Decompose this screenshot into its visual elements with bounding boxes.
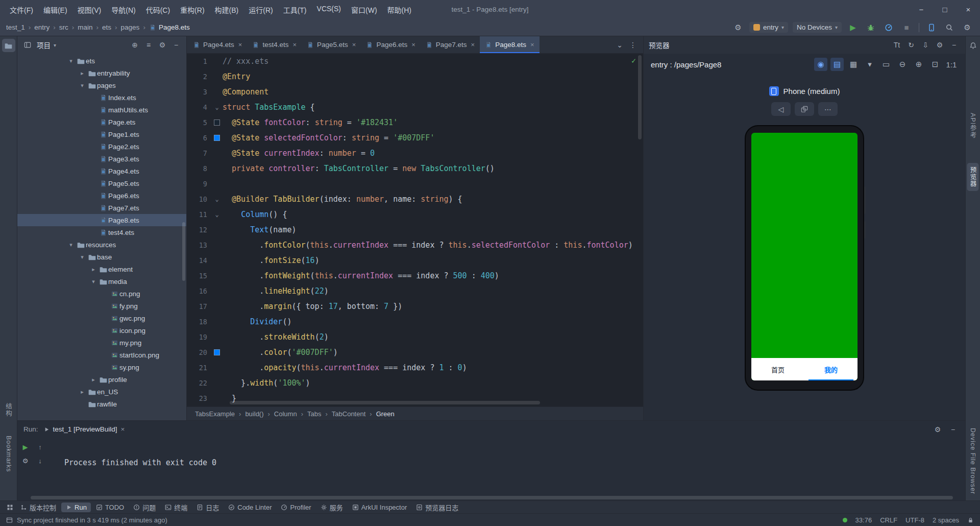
locate-file-icon[interactable]: ⊕ [129, 39, 141, 51]
tree-item[interactable]: test4.ets [17, 226, 186, 238]
tree-item[interactable]: ▾ets [17, 55, 186, 67]
console-scrollbar-thumb[interactable] [31, 496, 953, 499]
code-line[interactable]: 19 .strokeWidth(2) [187, 329, 643, 345]
tool-windows-icon[interactable] [4, 504, 15, 511]
caret-position[interactable]: 33:76 [855, 516, 872, 524]
phone-tab[interactable]: 我的 [804, 358, 857, 380]
device-manager-icon[interactable] [925, 21, 938, 34]
editor-breadcrumb-item[interactable]: TabsExample [195, 410, 235, 418]
menu-item[interactable]: 文件(F) [5, 3, 38, 17]
toolwindow-button-problems[interactable]: 问题 [129, 501, 160, 513]
run-config-selector[interactable]: entry▾ [749, 22, 788, 33]
expand-toggle-icon[interactable]: ▾ [89, 278, 98, 285]
menu-item[interactable]: 视图(V) [73, 3, 106, 17]
toolwindow-button-profiler[interactable]: Profiler [277, 503, 315, 512]
toolwindow-button-branch[interactable]: 版本控制 [16, 501, 60, 513]
editor-tab[interactable]: Page4.ets× [188, 36, 247, 53]
close-tab-icon[interactable]: × [352, 41, 356, 49]
code-line[interactable]: 8 private controller: TabsController = n… [187, 161, 643, 176]
editor-tab[interactable]: Page5.ets× [302, 36, 361, 53]
project-panel-title[interactable]: 项目 [37, 40, 51, 50]
scroll-to-bottom-icon[interactable]: ↓ [34, 455, 46, 467]
file-encoding[interactable]: UTF-8 [905, 516, 924, 524]
tree-item[interactable]: Page8.ets [17, 214, 186, 226]
toolwindow-button-services[interactable]: 服务 [316, 501, 347, 513]
panel-options-icon[interactable]: ⚙ [156, 39, 168, 51]
code-line[interactable]: 12 Text(name) [187, 222, 643, 237]
editor-tab[interactable]: Page8.ets× [480, 36, 539, 53]
tree-item[interactable]: Page6.ets [17, 189, 186, 202]
toolwindow-button-arkui[interactable]: ArkUI Inspector [348, 503, 411, 512]
toolwindow-button-todo[interactable]: TODO [92, 503, 128, 512]
tree-item[interactable]: ▸entryability [17, 67, 186, 79]
project-scrollbar[interactable] [182, 222, 185, 281]
tree-item[interactable]: rawfile [17, 398, 186, 410]
toolwindow-button-device-file-browser[interactable]: Device File Browser [969, 428, 976, 494]
editor-breadcrumb-item[interactable]: build() [245, 410, 263, 418]
editor-tab[interactable]: test4.ets× [247, 36, 302, 53]
fold-icon[interactable]: ⌄ [211, 196, 223, 203]
menu-item[interactable]: 导航(N) [107, 3, 140, 17]
editor-vertical-scrollbar[interactable] [638, 55, 642, 139]
collapse-all-icon[interactable]: ≡ [142, 39, 155, 51]
lock-icon[interactable] [967, 517, 974, 523]
preview-settings-icon[interactable]: ⚙ [934, 39, 946, 51]
indent-style[interactable]: 2 spaces [933, 516, 959, 524]
expand-toggle-icon[interactable]: ▾ [66, 58, 76, 64]
search-everywhere-icon[interactable] [943, 21, 956, 34]
breadcrumb-item[interactable]: entry [34, 23, 50, 31]
run-console-output[interactable]: Process finished with exit code 0 [49, 438, 965, 495]
tree-item[interactable]: Page1.ets [17, 128, 186, 140]
editor-horizontal-scrollbar[interactable] [230, 401, 540, 404]
expand-toggle-icon[interactable]: ▾ [66, 242, 76, 248]
tree-item[interactable]: mathUtils.ets [17, 104, 186, 116]
refresh-preview-icon[interactable]: ↻ [905, 39, 917, 51]
breadcrumb-item[interactable]: src [59, 23, 68, 31]
expand-toggle-icon[interactable]: ▸ [78, 70, 87, 77]
code-line[interactable]: 16 .lineHeight(22) [187, 283, 643, 299]
code-line[interactable]: 5 @State fontColor: string = '#182431' [187, 115, 643, 130]
code-editor[interactable]: ✓ 1// xxx.ets2@Entry3@Component4⌄struct … [187, 54, 643, 407]
code-line[interactable]: 17 .margin({ top: 17, bottom: 7 }) [187, 299, 643, 314]
device-label[interactable]: Phone (medium) [783, 87, 840, 95]
tree-item[interactable]: my.png [17, 337, 186, 349]
menu-item[interactable]: 运行(R) [244, 3, 277, 17]
editor-breadcrumb-item[interactable]: Green [376, 410, 395, 418]
tree-item[interactable]: icon.png [17, 324, 186, 337]
fit-to-screen-icon[interactable]: ⊡ [928, 58, 942, 71]
tree-item[interactable]: Page3.ets [17, 153, 186, 165]
close-tab-icon[interactable]: × [292, 41, 297, 49]
code-line[interactable]: 14 .fontSize(16) [187, 253, 643, 268]
code-line[interactable]: 20 .color('#007DFF') [187, 345, 643, 360]
notifications-bell-icon[interactable] [966, 39, 979, 52]
code-line[interactable]: 6 @State selectedFontColor: string = '#0… [187, 130, 643, 146]
tree-item[interactable]: Index.ets [17, 91, 186, 104]
breadcrumb-item[interactable]: main [78, 23, 92, 31]
tree-item[interactable]: ▾pages [17, 79, 186, 91]
code-line[interactable]: 18 Divider() [187, 314, 643, 329]
zoom-in-icon[interactable]: ⊕ [912, 58, 925, 71]
toolwindow-button-previewer[interactable]: 预览器 [967, 163, 979, 191]
tree-item[interactable]: ▾resources [17, 238, 186, 251]
zoom-ratio-label[interactable]: 1:1 [945, 58, 958, 71]
profile-button[interactable] [882, 21, 895, 34]
code-line[interactable]: 13 .fontColor(this.currentIndex === inde… [187, 237, 643, 253]
editor-breadcrumb-item[interactable]: Tabs [307, 410, 321, 418]
toolwindow-button-linter[interactable]: Code Linter [224, 503, 276, 512]
editor-tab[interactable]: Page7.ets× [421, 36, 480, 53]
close-tab-icon[interactable]: × [238, 41, 242, 49]
multi-device-preview-icon[interactable]: ▦ [847, 58, 860, 71]
more-options-icon[interactable]: ⋯ [818, 102, 838, 116]
hidden-tabs-dropdown-icon[interactable]: ⌄ [614, 41, 626, 49]
toolwindow-button-previewlog[interactable]: 预览器日志 [412, 501, 462, 513]
maximize-button[interactable]: □ [933, 0, 957, 19]
line-separator[interactable]: CRLF [880, 516, 897, 524]
expand-toggle-icon[interactable]: ▾ [78, 82, 87, 89]
code-line[interactable]: 1// xxx.ets [187, 54, 643, 69]
color-swatch[interactable] [211, 119, 223, 126]
run-settings-icon[interactable]: ⚙ [19, 455, 32, 467]
menu-item[interactable]: 代码(C) [141, 3, 175, 17]
code-line[interactable]: 22 }.width('100%') [187, 375, 643, 391]
menu-item[interactable]: 构建(B) [210, 3, 243, 17]
tree-item[interactable]: ▸profile [17, 373, 186, 386]
